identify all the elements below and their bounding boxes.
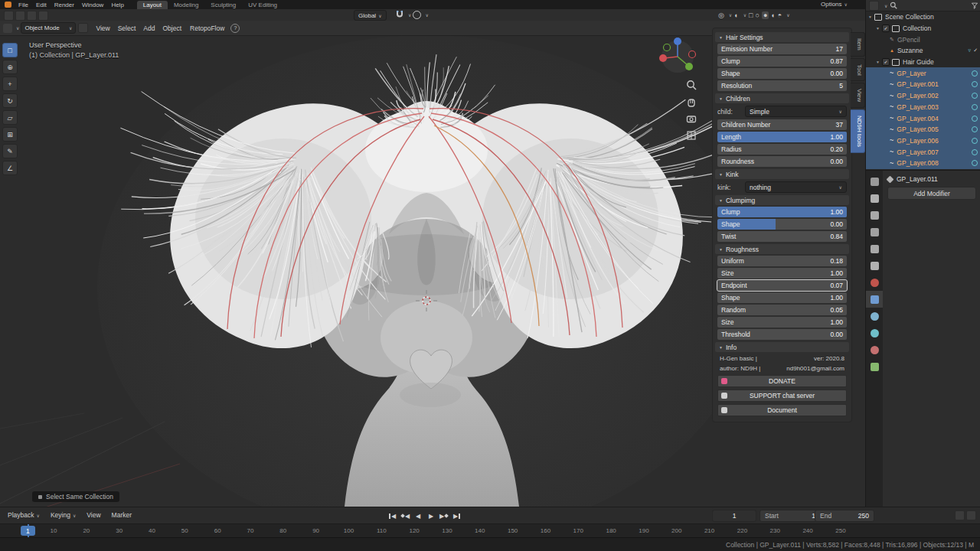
panel-section-header-roughness[interactable]: ▼Roughness — [715, 244, 849, 254]
retopoflow-menu[interactable]: RetopoFlow — [185, 24, 229, 32]
panel-tab-view[interactable]: View — [851, 83, 865, 108]
slider-shape[interactable]: Shape0.00 — [717, 219, 847, 230]
disclosure-triangle-icon[interactable]: ▼ — [868, 15, 874, 19]
search-icon[interactable] — [890, 2, 897, 9]
menu-help[interactable]: Help — [107, 2, 127, 8]
chevron-down-icon[interactable]: ∨ — [425, 12, 428, 18]
props-tab-object-data[interactable] — [866, 358, 883, 375]
workspace-tab-modeling[interactable]: Modeling — [168, 1, 204, 9]
proportional-editing-icon[interactable] — [413, 11, 421, 19]
snap-magnet-icon[interactable] — [395, 10, 404, 19]
slider-random[interactable]: Random0.05 — [717, 305, 847, 315]
slider-clump[interactable]: Clump0.87 — [717, 56, 847, 67]
button-document[interactable]: Document — [717, 404, 847, 416]
tool-cursor[interactable]: ⊕ — [2, 60, 18, 74]
menu-edit[interactable]: Edit — [32, 2, 51, 8]
slider-threshold[interactable]: Threshold0.00 — [717, 329, 847, 340]
frame-ruler[interactable]: 1 10203040506070809010011012013014015016… — [0, 523, 980, 538]
panel-tab-nd9h-tools[interactable]: ND9H tools — [851, 109, 865, 153]
show-overlays-icon[interactable]: ◐ — [734, 11, 738, 19]
shading-solid-icon[interactable]: ● — [762, 11, 769, 19]
props-tab-output[interactable] — [866, 223, 883, 240]
tool-option-icon[interactable] — [15, 11, 25, 21]
menu-window[interactable]: Window — [78, 2, 107, 8]
panel-section-header-kink[interactable]: ▼Kink — [715, 169, 849, 179]
perspective-switch-icon[interactable] — [686, 130, 697, 141]
timeline-menu-marker[interactable]: Marker — [112, 511, 132, 519]
panel-section-header-hair-settings[interactable]: ▼Hair Settings — [715, 32, 849, 42]
props-tab-physics[interactable] — [866, 324, 883, 341]
editor-icon[interactable] — [966, 510, 976, 520]
outliner-row-gp_layer-003[interactable]: ~GP_Layer.003 — [866, 102, 980, 113]
outliner-row-gp_layer-005[interactable]: ~GP_Layer.005 — [866, 124, 980, 135]
tool-option-icon[interactable] — [38, 11, 48, 21]
timeline-menu-keying[interactable]: Keying∨ — [51, 511, 76, 519]
toggle-xray-icon[interactable]: □ — [749, 11, 753, 19]
tool-rotate[interactable]: ↻ — [2, 93, 18, 108]
slider-shape[interactable]: Shape1.00 — [717, 292, 847, 303]
editor-type-icon[interactable] — [3, 24, 12, 33]
tool-annotate[interactable]: ✎ — [2, 144, 18, 158]
outliner-row-collection[interactable]: ▼✓Collection — [866, 23, 980, 34]
outliner-row-gp_layer-008[interactable]: ~GP_Layer.008 — [866, 158, 980, 169]
props-tab-tool[interactable] — [866, 190, 883, 207]
show-gizmo-icon[interactable]: ◎ — [718, 11, 724, 19]
slider-children-number[interactable]: Children Number37 — [717, 119, 847, 130]
dropdown-child-[interactable]: Simple∨ — [745, 106, 847, 117]
dropdown-kink-[interactable]: nothing∨ — [745, 181, 847, 193]
button-donate[interactable]: DONATE — [717, 375, 847, 387]
panel-tab-item[interactable]: Item — [851, 32, 865, 57]
props-tab-editor-type[interactable] — [866, 173, 883, 190]
workspace-tab-uv-editing[interactable]: UV Editing — [242, 1, 283, 9]
slider-twist[interactable]: Twist0.84 — [717, 231, 847, 242]
camera-view-icon[interactable] — [686, 113, 697, 124]
blender-logo-icon[interactable] — [5, 2, 11, 8]
options-dropdown[interactable]: Options ∨ — [821, 1, 848, 8]
prev-keyframe-button[interactable]: ◀ — [400, 510, 410, 521]
tool-measure[interactable]: ∠ — [2, 161, 18, 175]
shading-wireframe-icon[interactable]: ○ — [756, 11, 760, 19]
slider-emission-number[interactable]: Emission Number17 — [717, 44, 847, 54]
outliner-row-gp_layer-004[interactable]: ~GP_Layer.004 — [866, 112, 980, 124]
slider-shape[interactable]: Shape0.00 — [717, 68, 847, 79]
timeline-menu-view[interactable]: View — [87, 511, 100, 519]
panel-section-header-clumpimg[interactable]: ▼Clumpimg — [715, 195, 849, 205]
menu-file[interactable]: File — [15, 2, 32, 8]
slider-resolution[interactable]: Resolution5 — [717, 80, 847, 91]
slider-clump[interactable]: Clump1.00 — [717, 207, 847, 217]
shading-rendered-icon[interactable]: ◓ — [778, 11, 782, 19]
slider-uniform[interactable]: Uniform0.18 — [717, 256, 847, 266]
outliner-row-gpencil[interactable]: ✎GPencil — [866, 34, 980, 45]
viewport-menu-add[interactable]: Add — [139, 24, 158, 32]
active-tool-icon[interactable] — [4, 11, 14, 21]
outliner-row-gp_layer-001[interactable]: ~GP_Layer.001 — [866, 79, 980, 90]
slider-length[interactable]: Length1.00 — [717, 132, 847, 142]
editor-icon[interactable] — [955, 510, 965, 520]
menu-render[interactable]: Render — [51, 2, 78, 8]
outliner-row-gp_layer-007[interactable]: ~GP_Layer.007 — [866, 146, 980, 158]
disclosure-triangle-icon[interactable]: ▼ — [876, 60, 882, 64]
panel-tab-tool[interactable]: Tool — [851, 58, 865, 82]
jump-to-end-button[interactable]: ▶ — [452, 510, 462, 521]
next-keyframe-button[interactable]: ▶ — [439, 510, 449, 521]
tool-move[interactable]: + — [2, 77, 18, 91]
viewport-menu-select[interactable]: Select — [114, 24, 140, 32]
transform-orientation-dropdown[interactable]: Global ∨ — [354, 10, 387, 21]
outliner-row-gp_layer[interactable]: ~GP_Layer — [866, 67, 980, 79]
workspace-tab-sculpting[interactable]: Sculpting — [204, 1, 242, 9]
slider-radius[interactable]: Radius0.20 — [717, 144, 847, 155]
tool-option-icon[interactable] — [27, 11, 37, 21]
tool-transform[interactable]: ⊞ — [2, 127, 18, 142]
play-reverse-button[interactable]: ◀ — [413, 510, 423, 521]
outliner-row-scene-collection[interactable]: ▼Scene Collection — [866, 11, 980, 23]
props-tab-scene[interactable] — [866, 257, 883, 274]
collection-checkbox[interactable]: ✓ — [882, 24, 890, 32]
workspace-tab-layout[interactable]: Layout — [137, 1, 168, 9]
outliner-row-gp_layer-002[interactable]: ~GP_Layer.002 — [866, 90, 980, 102]
outliner-row-hair-guide[interactable]: ▼✓Hair Guide — [866, 57, 980, 68]
outliner-row-gp_layer-006[interactable]: ~GP_Layer.006 — [866, 135, 980, 147]
jump-to-start-button[interactable]: ◀ — [387, 510, 397, 521]
move-view-hand-icon[interactable] — [686, 96, 697, 107]
add-modifier-button[interactable]: Add Modifier — [887, 187, 976, 200]
navigation-gizmo[interactable] — [655, 35, 701, 81]
